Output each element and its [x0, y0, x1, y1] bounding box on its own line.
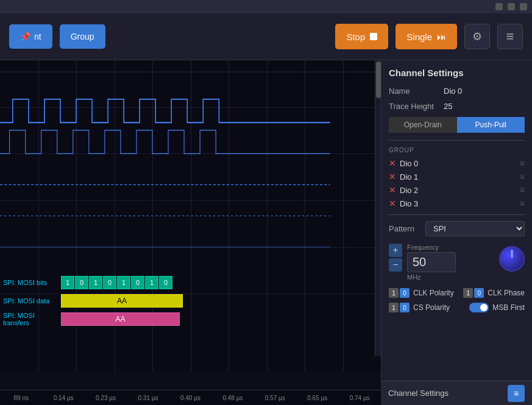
scrollbar-thumb[interactable] — [376, 62, 381, 98]
stop-button-label: Stop — [346, 32, 365, 42]
nt-button[interactable]: 📌 nt — [9, 24, 52, 49]
group-item-1: ✕ Dio 1 ≡ — [389, 172, 525, 181]
freq-label: Frequency — [407, 244, 494, 251]
nt-button-label: nt — [34, 32, 41, 41]
waveform-panel[interactable]: SPI: MOSI bits 1 0 1 0 1 0 1 0 SPI: MOSI… — [0, 60, 381, 405]
freq-minus-btn[interactable]: − — [389, 258, 402, 272]
time-tick-6: 0.57 µs — [254, 395, 296, 401]
remove-dio0-icon[interactable]: ✕ — [389, 158, 396, 168]
freq-controls: Frequency 50 MHz — [407, 244, 494, 281]
drag-handle-0[interactable]: ≡ — [520, 158, 525, 168]
dio3-label: Dio 3 — [400, 199, 520, 208]
menu-icon-btn[interactable]: ≡ — [497, 24, 523, 49]
name-value: Dio 0 — [444, 86, 462, 96]
close-btn[interactable] — [520, 3, 527, 10]
cs-pol-1: 1 — [389, 303, 399, 312]
cs-pol-indicator: 1 0 — [389, 303, 410, 312]
footer-menu-icon: ≡ — [514, 389, 519, 398]
spi-bits-label: SPI: MOSI bits — [0, 279, 61, 286]
maximize-btn[interactable] — [508, 3, 515, 10]
spi-bit-0: 1 — [61, 276, 74, 289]
spi-bit-3: 0 — [103, 276, 116, 289]
spi-transfer-row: SPI: MOSI transfers AA — [0, 311, 381, 328]
toolbar: 📌 nt Group Stop Single ⏭ ⚙ ≡ — [0, 13, 532, 60]
waveform-canvas: SPI: MOSI bits 1 0 1 0 1 0 1 0 SPI: MOSI… — [0, 60, 381, 372]
pattern-row: Pattern SPI I2C UART Custom — [389, 221, 525, 236]
clk-phase-1: 1 — [463, 288, 473, 298]
pattern-select[interactable]: SPI I2C UART Custom — [425, 221, 525, 236]
remove-dio1-icon[interactable]: ✕ — [389, 172, 396, 181]
clk-pol-1: 1 — [389, 288, 399, 298]
dio0-label: Dio 0 — [400, 159, 520, 168]
freq-unit: MHz — [407, 273, 494, 281]
clk-pol-indicator: 1 0 — [389, 288, 410, 298]
clk-polarity-row: 1 0 CLK Polarity 1 0 CLK Phase — [389, 288, 525, 298]
frequency-section: + − Frequency 50 MHz — [389, 244, 525, 281]
spi-transfer-label: SPI: MOSI transfers — [0, 312, 61, 326]
gear-icon: ⚙ — [472, 30, 482, 43]
spi-bit-5: 0 — [131, 276, 144, 289]
spi-bits-values: 1 0 1 0 1 0 1 0 — [61, 276, 172, 289]
clk-phase-label: CLK Phase — [488, 289, 525, 297]
spi-data-label: SPI: MOSI data — [0, 297, 61, 305]
vertical-scrollbar[interactable] — [375, 60, 381, 356]
play-next-icon: ⏭ — [437, 32, 446, 42]
name-label: Name — [389, 86, 444, 96]
time-tick-1: 0.14 µs — [42, 395, 84, 401]
time-tick-8: 0.74 µs — [339, 395, 381, 401]
time-tick-7: 0.65 µs — [296, 395, 338, 401]
pin-icon: 📌 — [20, 32, 30, 41]
cs-polarity-label: CS Polarity — [413, 303, 450, 312]
stop-button[interactable]: Stop — [335, 24, 388, 49]
divider-1 — [389, 140, 525, 141]
footer-icon-btn[interactable]: ≡ — [508, 385, 525, 402]
single-button[interactable]: Single ⏭ — [395, 24, 457, 49]
time-tick-4: 0.40 µs — [169, 395, 211, 401]
spi-rows: SPI: MOSI bits 1 0 1 0 1 0 1 0 SPI: MOSI… — [0, 274, 381, 329]
clk-phase-indicator: 1 0 — [463, 288, 484, 298]
remove-dio2-icon[interactable]: ✕ — [389, 185, 396, 195]
spi-bits-row: SPI: MOSI bits 1 0 1 0 1 0 1 0 — [0, 274, 381, 291]
cs-polarity-row: 1 0 CS Polarity MSB First — [389, 303, 525, 312]
dio2-label: Dio 2 — [400, 186, 520, 195]
group-item-0: ✕ Dio 0 ≡ — [389, 158, 525, 168]
group-item-3: ✕ Dio 3 ≡ — [389, 199, 525, 208]
time-tick-0: 89 ns — [0, 395, 42, 401]
spi-transfer-bar: AA — [61, 312, 180, 326]
spi-bit-6: 1 — [145, 276, 158, 289]
time-tick-5: 0.48 µs — [211, 395, 254, 401]
msb-toggle[interactable] — [469, 303, 489, 312]
spi-data-bar: AA — [61, 294, 183, 308]
spi-bit-1: 0 — [75, 276, 88, 289]
minimize-btn[interactable] — [495, 3, 503, 10]
drag-handle-1[interactable]: ≡ — [520, 172, 525, 181]
freq-btn-col: + − — [389, 244, 402, 272]
clk-phase-0[interactable]: 0 — [474, 288, 484, 298]
freq-value[interactable]: 50 — [407, 252, 456, 272]
settings-icon-btn[interactable]: ⚙ — [464, 24, 490, 49]
spi-bit-7: 0 — [159, 276, 172, 289]
cs-pol-0[interactable]: 0 — [400, 303, 410, 312]
output-type-toggle: Open-Drain Push-Pull — [389, 117, 525, 133]
drag-handle-3[interactable]: ≡ — [520, 199, 525, 208]
freq-plus-btn[interactable]: + — [389, 244, 402, 257]
group-button[interactable]: Group — [60, 24, 105, 49]
clk-pol-0[interactable]: 0 — [400, 288, 410, 298]
spi-data-row: SPI: MOSI data AA — [0, 292, 381, 309]
group-button-label: Group — [71, 32, 94, 41]
freq-knob[interactable] — [499, 246, 525, 272]
open-drain-btn[interactable]: Open-Drain — [389, 117, 457, 133]
trace-height-row: Trace Height 25 — [389, 102, 525, 111]
push-pull-btn[interactable]: Push-Pull — [457, 117, 525, 133]
main-content: SPI: MOSI bits 1 0 1 0 1 0 1 0 SPI: MOSI… — [0, 60, 532, 405]
footer-label: Channel Settings — [388, 389, 449, 398]
stop-icon — [370, 33, 377, 40]
remove-dio3-icon[interactable]: ✕ — [389, 199, 396, 208]
right-panel: Channel Settings Name Dio 0 Trace Height… — [381, 60, 532, 405]
divider-2 — [389, 214, 525, 215]
msb-row: MSB First — [469, 303, 525, 312]
trace-height-label: Trace Height — [389, 102, 444, 111]
msb-first-label: MSB First — [492, 303, 525, 312]
name-field-row: Name Dio 0 — [389, 86, 525, 96]
drag-handle-2[interactable]: ≡ — [520, 185, 525, 195]
